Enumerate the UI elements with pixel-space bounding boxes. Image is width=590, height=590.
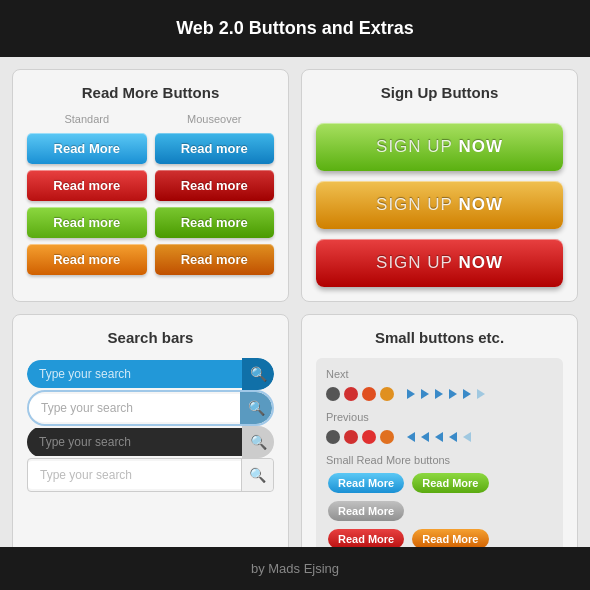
read-more-btn-blue-hover[interactable]: Read more — [155, 133, 275, 164]
previous-row — [326, 428, 553, 446]
read-more-btn-red-standard[interactable]: Read more — [27, 170, 147, 201]
play-arrow-left-3[interactable] — [435, 432, 443, 442]
dot-redorange-1 — [362, 387, 376, 401]
read-more-title: Read More Buttons — [27, 84, 274, 101]
small-read-more-section-label: Small Read More buttons — [326, 454, 553, 466]
dot-red-1 — [344, 387, 358, 401]
search-lightblue-input[interactable] — [29, 394, 240, 422]
play-arrow-right-5[interactable] — [463, 389, 471, 399]
prev-dot-red — [344, 430, 358, 444]
search-bars-inner: 🔍 🔍 🔍 🔍 — [27, 358, 274, 492]
play-arrow-left-2[interactable] — [421, 432, 429, 442]
previous-label: Previous — [326, 411, 553, 423]
search-blue-btn[interactable]: 🔍 — [242, 358, 274, 390]
header: Web 2.0 Buttons and Extras — [0, 0, 590, 57]
signup-btn-orange[interactable]: SIGN UP NOW — [316, 181, 563, 229]
play-arrow-left-4[interactable] — [449, 432, 457, 442]
play-arrow-right-light[interactable] — [477, 389, 485, 399]
small-buttons-title: Small buttons etc. — [316, 329, 563, 346]
read-more-btn-green-standard[interactable]: Read more — [27, 207, 147, 238]
search-dark-wrap: 🔍 — [27, 426, 274, 458]
dot-dark-1 — [326, 387, 340, 401]
read-more-btn-green-hover[interactable]: Read more — [155, 207, 275, 238]
read-more-btn-orange-hover[interactable]: Read more — [155, 244, 275, 275]
prev-dot-dark — [326, 430, 340, 444]
col-standard-label: Standard — [27, 113, 147, 125]
signup-btn-green[interactable]: SIGN UP NOW — [316, 123, 563, 171]
signup-title: Sign Up Buttons — [316, 84, 563, 101]
next-row — [326, 385, 553, 403]
header-title: Web 2.0 Buttons and Extras — [176, 18, 414, 38]
signup-btn-red[interactable]: SIGN UP NOW — [316, 239, 563, 287]
prev-dot-red2 — [362, 430, 376, 444]
signup-now-1: NOW — [458, 137, 503, 156]
small-btn-gray[interactable]: Read More — [328, 501, 404, 521]
small-btn-blue[interactable]: Read More — [328, 473, 404, 493]
signup-now-2: NOW — [458, 195, 503, 214]
dot-orange-1 — [380, 387, 394, 401]
search-dark-input[interactable] — [27, 428, 242, 456]
play-arrow-right-2[interactable] — [421, 389, 429, 399]
read-more-btn-blue-standard[interactable]: Read More — [27, 133, 147, 164]
search-blue-wrap: 🔍 — [27, 358, 274, 390]
read-more-btn-orange-standard[interactable]: Read more — [27, 244, 147, 275]
col-mouseover-label: Mouseover — [155, 113, 275, 125]
small-btn-red[interactable]: Read More — [328, 529, 404, 549]
search-lightblue-btn[interactable]: 🔍 — [240, 392, 272, 424]
search-plain-wrap: 🔍 — [27, 458, 274, 492]
small-read-more-row-1: Read More Read More Read More — [326, 471, 553, 523]
signup-panel: Sign Up Buttons SIGN UP NOW SIGN UP NOW … — [301, 69, 578, 302]
footer-text: by Mads Ejsing — [251, 561, 339, 576]
next-label: Next — [326, 368, 553, 380]
read-more-btn-red-hover[interactable]: Read more — [155, 170, 275, 201]
search-bars-title: Search bars — [27, 329, 274, 346]
search-plain-btn[interactable]: 🔍 — [241, 459, 273, 491]
search-blue-input[interactable] — [27, 360, 242, 388]
small-btn-green[interactable]: Read More — [412, 473, 488, 493]
search-dark-btn[interactable]: 🔍 — [242, 426, 274, 458]
play-arrow-right-3[interactable] — [435, 389, 443, 399]
read-more-panel: Read More Buttons Standard Read More Rea… — [12, 69, 289, 302]
play-arrow-left-1[interactable] — [407, 432, 415, 442]
search-lightblue-wrap: 🔍 — [27, 390, 274, 426]
search-plain-input[interactable] — [28, 461, 241, 489]
signup-prefix-2: SIGN UP — [376, 195, 458, 214]
play-arrow-left-light[interactable] — [463, 432, 471, 442]
signup-prefix-3: SIGN UP — [376, 253, 458, 272]
signup-now-3: NOW — [458, 253, 503, 272]
play-arrow-right-1[interactable] — [407, 389, 415, 399]
footer: by Mads Ejsing — [0, 547, 590, 590]
play-arrow-right-4[interactable] — [449, 389, 457, 399]
main-content: Read More Buttons Standard Read More Rea… — [0, 57, 590, 590]
prev-dot-orange — [380, 430, 394, 444]
signup-prefix-1: SIGN UP — [376, 137, 458, 156]
small-btn-orange[interactable]: Read More — [412, 529, 488, 549]
